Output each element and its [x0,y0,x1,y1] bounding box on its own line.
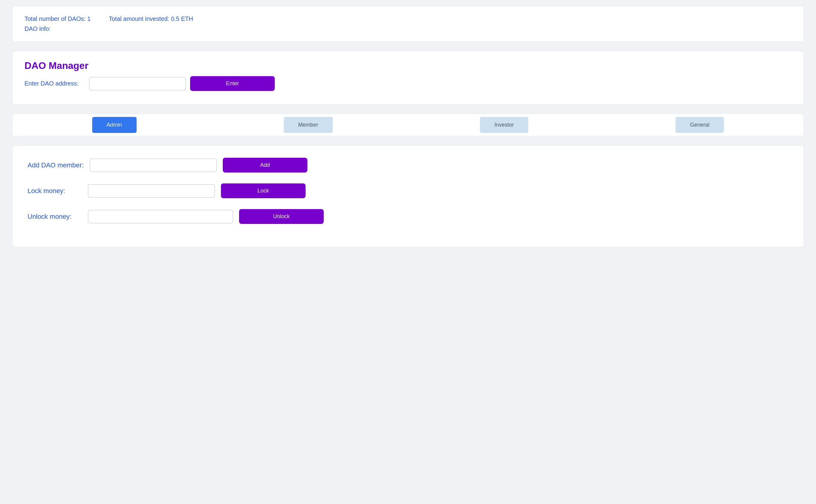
total-daos-text: Total number of DAOs: 1 [24,15,91,22]
total-invested-text: Total amount invested: 0.5 ETH [109,15,193,22]
lock-button[interactable]: Lock [221,183,306,198]
add-member-row: Add DAO member: Add [28,158,788,173]
unlock-button[interactable]: Unlock [239,209,324,224]
dao-address-input[interactable] [89,77,186,90]
admin-panel-card: Add DAO member: Add Lock money: Lock Unl… [12,145,804,247]
add-member-input[interactable] [90,159,217,172]
add-button[interactable]: Add [223,158,307,173]
dao-info-label: DAO info: [24,25,51,32]
lock-money-row: Lock money: Lock [28,183,788,198]
tab-admin[interactable]: Admin [92,117,137,133]
dao-address-label: Enter DAO address: [24,80,85,87]
unlock-money-input[interactable] [88,210,233,223]
unlock-money-label: Unlock money: [28,213,82,221]
dao-info-row: DAO info: [24,25,792,32]
dao-manager-card: DAO Manager Enter DAO address: Enter [12,51,804,105]
tab-investor[interactable]: Investor [480,117,528,133]
tab-general[interactable]: General [675,117,724,133]
lock-money-input[interactable] [88,184,215,198]
top-info-card: Total number of DAOs: 1 Total amount inv… [12,6,804,42]
lock-money-label: Lock money: [28,187,82,195]
dao-manager-title: DAO Manager [24,60,792,71]
dao-address-row: Enter DAO address: Enter [24,76,792,91]
tabs-card: Admin Member Investor General [12,114,804,136]
add-member-label: Add DAO member: [28,161,84,169]
top-info-row: Total number of DAOs: 1 Total amount inv… [24,15,792,22]
unlock-money-row: Unlock money: Unlock [28,209,788,224]
enter-button[interactable]: Enter [190,76,275,91]
tab-member[interactable]: Member [284,117,333,133]
